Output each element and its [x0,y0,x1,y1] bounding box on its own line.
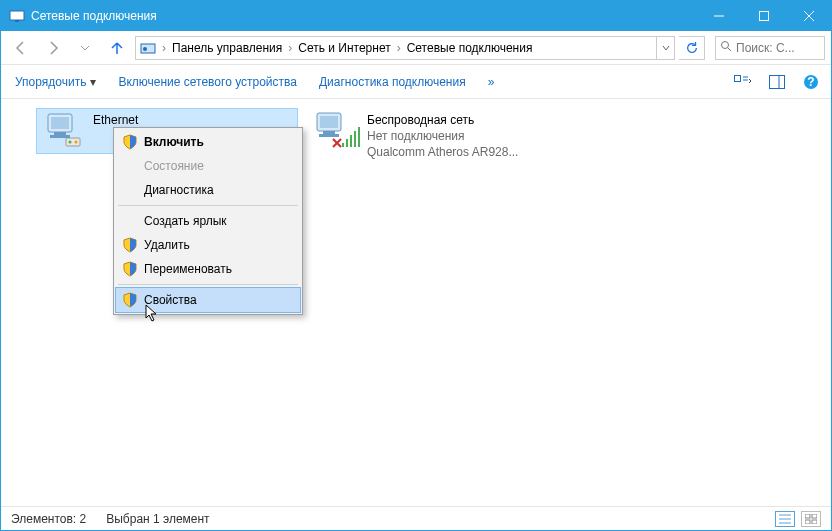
window-title: Сетевые подключения [31,9,696,23]
menu-separator [118,284,298,285]
search-placeholder: Поиск: С... [736,41,795,55]
status-count: Элементов: 2 [11,512,86,526]
search-icon [720,40,732,55]
breadcrumb-dropdown[interactable] [656,37,674,59]
menu-properties[interactable]: Свойства [116,288,300,312]
view-details-button[interactable] [775,511,795,527]
breadcrumb-item[interactable]: Панель управления [168,37,286,59]
svg-rect-1 [15,20,19,22]
window: Сетевые подключения › Панель управления … [0,0,832,531]
breadcrumb-item[interactable]: Сетевые подключения [403,37,537,59]
toolbar: Упорядочить ▾ Включение сетевого устройс… [1,65,831,99]
svg-rect-40 [805,520,810,524]
location-icon [140,40,156,56]
refresh-button[interactable] [679,36,705,60]
menu-enable[interactable]: Включить [116,130,300,154]
chevron-right-icon[interactable]: › [395,41,403,55]
view-options-button[interactable] [731,70,755,94]
adapter-status: Нет подключения [367,128,518,144]
svg-rect-41 [812,520,817,524]
shield-icon [122,261,138,277]
adapter-wifi[interactable]: Беспроводная сеть Нет подключения Qualco… [311,109,571,162]
menu-delete[interactable]: Удалить [116,233,300,257]
close-button[interactable] [786,1,831,31]
svg-rect-39 [812,514,817,518]
adapter-label: Ethernet [93,111,138,128]
chevron-right-icon[interactable]: › [286,41,294,55]
adapter-label: Беспроводная сеть Нет подключения Qualco… [367,111,518,160]
breadcrumb[interactable]: › Панель управления › Сеть и Интернет › … [135,36,675,60]
chevron-right-icon[interactable]: › [160,41,168,55]
svg-rect-13 [770,75,785,88]
ethernet-icon [39,111,87,151]
svg-point-22 [69,141,72,144]
menu-status: Состояние [116,154,300,178]
wifi-icon [313,111,361,151]
shield-icon [122,292,138,308]
content-area[interactable]: Ethernet [1,99,831,506]
overflow-button[interactable]: » [482,71,501,93]
breadcrumb-item[interactable]: Сеть и Интернет [294,37,394,59]
svg-line-9 [728,48,731,51]
help-button[interactable]: ? [799,70,823,94]
enable-device-button[interactable]: Включение сетевого устройства [112,71,303,93]
forward-button[interactable] [39,36,67,60]
back-button[interactable] [7,36,35,60]
menu-diagnose[interactable]: Диагностика [116,178,300,202]
preview-pane-button[interactable] [765,70,789,94]
status-selection: Выбран 1 элемент [106,512,209,526]
svg-rect-25 [320,116,338,128]
menu-create-shortcut[interactable]: Создать ярлык [116,209,300,233]
svg-point-7 [143,47,147,51]
navigation-bar: › Панель управления › Сеть и Интернет › … [1,31,831,65]
maximize-button[interactable] [741,1,786,31]
organize-menu[interactable]: Упорядочить ▾ [9,71,102,93]
menu-separator [118,205,298,206]
svg-rect-27 [319,134,339,137]
svg-rect-3 [759,12,768,21]
up-button[interactable] [103,36,131,60]
menu-rename[interactable]: Переименовать [116,257,300,281]
svg-point-23 [75,141,78,144]
chevron-down-icon: ▾ [90,75,96,89]
svg-rect-26 [323,131,335,134]
diagnose-button[interactable]: Диагностика подключения [313,71,472,93]
context-menu: Включить Состояние Диагностика Создать я… [113,127,303,315]
svg-rect-10 [735,75,741,81]
view-large-button[interactable] [801,511,821,527]
svg-rect-0 [10,11,24,20]
search-input[interactable]: Поиск: С... [715,36,825,60]
shield-icon [122,134,138,150]
adapter-name: Беспроводная сеть [367,112,518,128]
statusbar: Элементов: 2 Выбран 1 элемент [1,506,831,530]
svg-rect-21 [66,138,80,146]
recent-dropdown[interactable] [71,36,99,60]
titlebar: Сетевые подключения [1,1,831,31]
minimize-button[interactable] [696,1,741,31]
adapter-device: Qualcomm Atheros AR928... [367,144,518,160]
app-icon [9,8,25,24]
svg-text:?: ? [807,75,814,89]
svg-point-8 [722,42,729,49]
adapter-name: Ethernet [93,112,138,128]
shield-icon [122,237,138,253]
svg-rect-38 [805,514,810,518]
svg-rect-18 [51,117,69,129]
svg-rect-19 [54,132,66,135]
